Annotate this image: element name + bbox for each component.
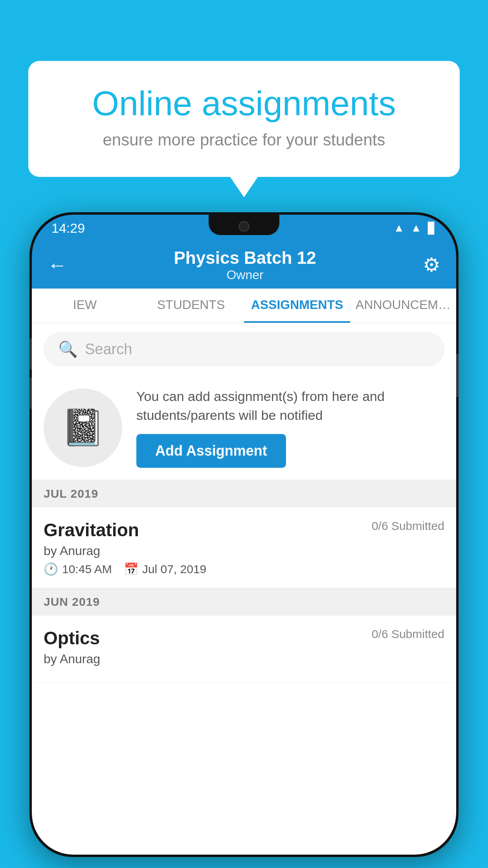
signal-icon: ▲ <box>411 222 422 234</box>
assignment-author-optics: by Anurag <box>44 652 444 666</box>
phone-frame: 14:29 ▲ ▲ ▊ ← Physics Batch 12 Owner ⚙ <box>29 212 459 857</box>
calendar-icon: 📅 <box>124 562 138 576</box>
assignment-submitted: 0/6 Submitted <box>372 519 444 533</box>
assignment-submitted-optics: 0/6 Submitted <box>372 627 444 641</box>
assignment-item-optics[interactable]: Optics 0/6 Submitted by Anurag <box>32 616 456 682</box>
tab-announcements[interactable]: ANNOUNCEM… <box>350 289 456 323</box>
bubble-subtitle: ensure more practice for your students <box>60 131 428 149</box>
assignment-meta: 🕐 10:45 AM 📅 Jul 07, 2019 <box>44 562 444 576</box>
date-value: Jul 07, 2019 <box>142 563 206 576</box>
assignment-top: Gravitation 0/6 Submitted <box>44 519 444 541</box>
header-title: Physics Batch 12 <box>174 248 316 268</box>
app-header: ← Physics Batch 12 Owner ⚙ <box>32 241 456 289</box>
promo-description: You can add assignment(s) from here and … <box>136 387 444 425</box>
search-input[interactable]: Search <box>85 341 132 358</box>
front-camera <box>238 221 250 232</box>
speech-bubble: Online assignments ensure more practice … <box>28 61 460 177</box>
clock-icon: 🕐 <box>44 562 58 576</box>
settings-icon[interactable]: ⚙ <box>423 254 440 276</box>
content-area: 🔍 Search 📓 You can add assignment(s) fro… <box>32 323 456 855</box>
assignment-author: by Anurag <box>44 544 444 558</box>
bubble-title: Online assignments <box>60 85 428 123</box>
phone-inner: 14:29 ▲ ▲ ▊ ← Physics Batch 12 Owner ⚙ <box>32 215 456 855</box>
search-icon: 🔍 <box>58 340 78 359</box>
assignment-time: 🕐 10:45 AM <box>44 562 112 576</box>
screen: 14:29 ▲ ▲ ▊ ← Physics Batch 12 Owner ⚙ <box>32 215 456 855</box>
assignment-item-gravitation[interactable]: Gravitation 0/6 Submitted by Anurag 🕐 10… <box>32 508 456 588</box>
tab-students[interactable]: STUDENTS <box>138 289 244 323</box>
time-value: 10:45 AM <box>62 563 112 576</box>
status-icons: ▲ ▲ ▊ <box>394 222 437 235</box>
assignment-top-optics: Optics 0/6 Submitted <box>44 627 444 649</box>
promo-text: You can add assignment(s) from here and … <box>136 387 444 468</box>
assignment-date: 📅 Jul 07, 2019 <box>124 562 206 576</box>
battery-icon: ▊ <box>428 222 437 235</box>
assignment-name: Gravitation <box>44 519 139 541</box>
add-assignment-button[interactable]: Add Assignment <box>136 434 286 468</box>
notch <box>209 215 279 235</box>
status-bar: 14:29 ▲ ▲ ▊ <box>32 215 456 241</box>
promo-section: 📓 You can add assignment(s) from here an… <box>32 375 456 480</box>
month-header-jun: JUN 2019 <box>32 588 456 616</box>
tab-assignments[interactable]: ASSIGNMENTS <box>244 289 350 323</box>
assignment-name-optics: Optics <box>44 627 100 649</box>
month-header-jul: JUL 2019 <box>32 480 456 508</box>
promo-icon-circle: 📓 <box>44 388 122 467</box>
tab-iew[interactable]: IEW <box>32 289 138 323</box>
header-center: Physics Batch 12 Owner <box>174 248 316 282</box>
wifi-icon: ▲ <box>394 222 405 234</box>
header-subtitle: Owner <box>174 268 316 282</box>
status-time: 14:29 <box>51 221 85 236</box>
search-bar[interactable]: 🔍 Search <box>44 333 444 366</box>
back-button[interactable]: ← <box>48 254 67 276</box>
tabs-bar: IEW STUDENTS ASSIGNMENTS ANNOUNCEM… <box>32 289 456 323</box>
notebook-icon: 📓 <box>61 407 105 448</box>
